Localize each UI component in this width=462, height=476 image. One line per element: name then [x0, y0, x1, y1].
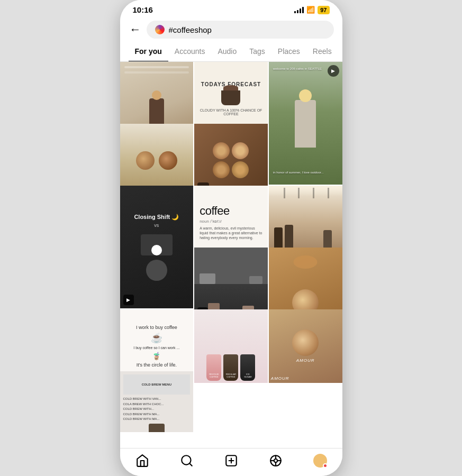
search-bar[interactable]: #coffeeshop: [147, 21, 334, 39]
nav-search[interactable]: [180, 454, 194, 468]
grid-item-closing[interactable]: Closing Shift 🌙 vs: [120, 186, 194, 308]
nav-profile[interactable]: [313, 454, 327, 468]
search-nav-icon: [180, 454, 194, 468]
tab-audio[interactable]: Audio: [211, 42, 243, 62]
tab-places[interactable]: Places: [271, 42, 306, 62]
battery-indicator: 97: [318, 6, 329, 14]
tab-accounts[interactable]: Accounts: [168, 42, 212, 62]
status-bar: 10:16 📶 97: [120, 0, 342, 17]
add-icon: [224, 454, 238, 468]
reels-icon-seattle: [328, 65, 339, 77]
image-grid: TODAYS FORECAST CLOUDY WITH A 100% CHANC…: [120, 62, 342, 432]
work-coffee-line1: I work to buy coffee: [136, 325, 177, 330]
tabs-row: For you Accounts Audio Tags Places Reels: [120, 42, 342, 62]
profile-avatar: [313, 454, 327, 468]
bubble-tea-icon: 🧋: [152, 352, 161, 360]
nav-home[interactable]: [135, 454, 149, 468]
work-coffee-line5: It's the circle of life.: [137, 362, 177, 368]
svg-line-1: [189, 463, 192, 466]
grid-item-latte-hearts[interactable]: AMOUR AMOUR: [269, 309, 342, 383]
bottom-nav: [120, 448, 342, 476]
tab-for-you[interactable]: For you: [129, 42, 168, 62]
phone-frame: 10:16 📶 97 ← #coffeeshop For you Account…: [120, 0, 342, 476]
reels-nav-icon: [269, 454, 283, 468]
status-time: 10:16: [133, 5, 153, 14]
grid-item-seattle[interactable]: welcome to 206 cafes in SEATTLE in honor…: [269, 62, 342, 185]
reel-icon-closing: [123, 295, 134, 305]
closing-title: Closing Shift 🌙: [134, 214, 179, 221]
grid-item-pink-cups[interactable]: REVOLVECOFFEE REGULARCOFFEE ICESUGAR: [194, 309, 268, 383]
notification-dot: [323, 463, 328, 468]
coffee-phonetic: noun /ˈkɒf.i/: [200, 219, 222, 224]
search-icon: [155, 25, 165, 34]
coffee-word: coffee: [200, 204, 230, 218]
forecast-sub: CLOUDY WITH A 100% CHANCE OF COFFEE: [198, 108, 264, 116]
nav-reels[interactable]: [269, 454, 283, 468]
search-query: #coffeeshop: [169, 25, 212, 34]
work-coffee-line3: I buy coffee so I can work ...: [133, 346, 179, 350]
nav-add[interactable]: [224, 454, 238, 468]
signal-icon: [294, 7, 304, 13]
closing-vs: vs: [154, 223, 159, 228]
status-icons: 📶 97: [294, 6, 329, 14]
tab-reels[interactable]: Reels: [306, 42, 338, 62]
amour-label: AMOUR: [271, 376, 289, 381]
grid-item-menu[interactable]: COLD BREW MENU COLD BREW WITH VAN... COL…: [120, 371, 194, 432]
back-button[interactable]: ←: [129, 22, 142, 38]
wifi-icon: 📶: [306, 6, 315, 14]
coffee-icon: ☕: [151, 332, 162, 344]
search-bar-container: ← #coffeeshop: [120, 17, 342, 42]
home-icon: [135, 454, 149, 468]
menu-text: COLD BREW WITH VAN... COLA BREW WITH CHO…: [123, 397, 164, 422]
coffee-definition: A warm, delicious, evil mysterious liqui…: [200, 226, 262, 240]
tab-tags[interactable]: Tags: [243, 42, 271, 62]
